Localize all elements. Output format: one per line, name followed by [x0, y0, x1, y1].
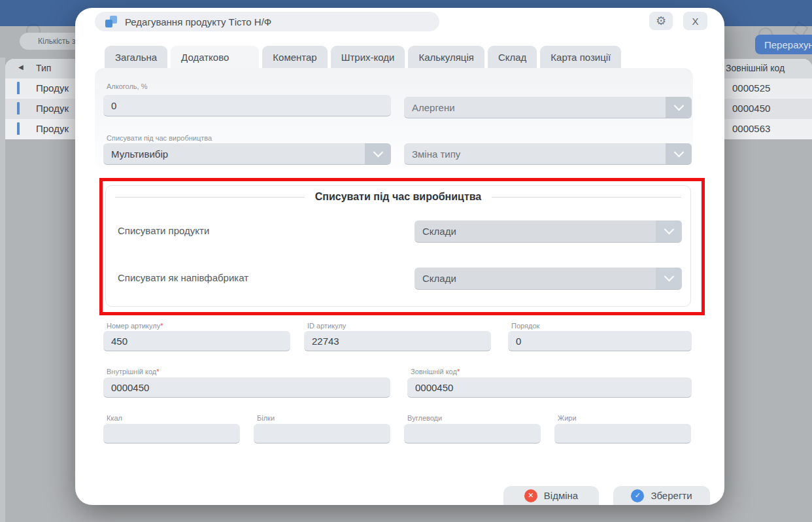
- product-icon: [105, 16, 117, 27]
- settings-button[interactable]: ⚙: [649, 12, 673, 30]
- writeoff-semifinished-value: Склади: [422, 273, 456, 284]
- chevron-down-icon[interactable]: [365, 143, 391, 164]
- chevron-down-icon[interactable]: [666, 143, 692, 164]
- close-icon: X: [692, 16, 698, 27]
- chevron-down-icon[interactable]: [656, 268, 682, 289]
- kcal-label: Ккал: [107, 414, 122, 422]
- type-change-placeholder: Зміна типу: [412, 148, 460, 160]
- fats-label: Жири: [558, 414, 577, 422]
- tab-barcodes[interactable]: Штрих-коди: [331, 46, 405, 68]
- cancel-button-label: Відміна: [544, 490, 578, 501]
- product-type-cell: Продук: [36, 123, 69, 134]
- dish-icon: [17, 83, 29, 92]
- quantity-tab-label: Кількість з: [38, 37, 75, 46]
- close-button[interactable]: X: [683, 12, 707, 30]
- required-mark: *: [156, 368, 159, 375]
- alcohol-label: Алкоголь, %: [107, 82, 148, 90]
- modal-title: Редагування продукту Тісто Н/Ф: [125, 16, 271, 27]
- section-legend: Списувати під час виробництва: [115, 191, 681, 203]
- save-button-label: Зберегти: [651, 490, 692, 501]
- external-code-label: Зовнішній код*: [411, 368, 460, 375]
- writeoff-mode-value: Мультивибір: [111, 148, 168, 160]
- type-column-header[interactable]: Тип: [36, 63, 51, 73]
- dish-icon: [17, 103, 29, 113]
- article-number-label: Номер артикулу*: [107, 322, 163, 330]
- writeoff-semifinished-select[interactable]: Склади: [414, 268, 682, 290]
- divider-line: [492, 197, 681, 198]
- internal-code-input[interactable]: [103, 377, 390, 398]
- tab-additional[interactable]: Додатково: [171, 46, 259, 68]
- allergens-select[interactable]: Алергени: [404, 97, 692, 118]
- modal-tabs: Загальна Додатково Коментар Штрих-коди К…: [105, 46, 624, 68]
- writeoff-products-label: Списувати продукти: [118, 225, 209, 236]
- proteins-label: Білки: [257, 414, 275, 422]
- cancel-x-icon: ✕: [524, 489, 537, 502]
- required-mark: *: [457, 368, 460, 375]
- tab-calculation[interactable]: Калькуляція: [408, 46, 484, 68]
- additional-fields-panel: Алкоголь, % Алергени Списувати під час в…: [95, 68, 693, 170]
- product-type-cell: Продук: [36, 82, 69, 94]
- tab-warehouse[interactable]: Склад: [488, 46, 537, 68]
- modal-title-chip: Редагування продукту Тісто Н/Ф: [95, 12, 439, 31]
- save-button[interactable]: ✓ Зберегти: [613, 486, 710, 505]
- edit-product-modal: Редагування продукту Тісто Н/Ф ⚙ X Загал…: [75, 8, 724, 505]
- allergens-placeholder: Алергени: [412, 102, 455, 113]
- chevron-down-icon[interactable]: [656, 220, 682, 242]
- chevron-down-icon[interactable]: [666, 97, 692, 118]
- cancel-button[interactable]: ✕ Відміна: [503, 486, 599, 505]
- writeoff-section-card: Списувати під час виробництва Списувати …: [105, 185, 691, 307]
- writeoff-products-select[interactable]: Склади: [414, 220, 682, 243]
- page-left-edge: [0, 58, 5, 522]
- tab-comment[interactable]: Коментар: [262, 46, 327, 68]
- article-number-input[interactable]: [103, 331, 290, 351]
- writeoff-mode-label: Списувати під час виробництва: [107, 134, 212, 142]
- save-check-icon: ✓: [631, 489, 644, 502]
- carbohydrates-input[interactable]: [404, 424, 541, 444]
- divider-line: [115, 197, 305, 198]
- writeoff-section-title: Списувати під час виробництва: [315, 191, 482, 203]
- article-id-input[interactable]: [304, 331, 491, 351]
- external-code-cell: 0000450: [732, 103, 770, 114]
- external-code-cell: 0000563: [732, 123, 770, 134]
- fats-input[interactable]: [554, 424, 691, 444]
- tab-position-map[interactable]: Карта позиції: [540, 46, 621, 68]
- order-input[interactable]: [508, 331, 692, 351]
- alcohol-input[interactable]: [103, 95, 391, 116]
- external-code-cell: 0000525: [732, 82, 770, 94]
- gear-icon: ⚙: [656, 14, 666, 28]
- kcal-input[interactable]: [103, 424, 240, 444]
- external-code-column-header[interactable]: Зовнішній код: [726, 63, 785, 73]
- writeoff-semifinished-label: Списувати як напівфабрикат: [118, 272, 248, 283]
- collapse-column-icon[interactable]: ◀: [18, 63, 24, 71]
- writeoff-products-value: Склади: [422, 226, 456, 237]
- tab-general[interactable]: Загальна: [105, 46, 167, 68]
- dish-icon: [17, 124, 29, 133]
- order-label: Порядок: [511, 322, 539, 330]
- type-change-select[interactable]: Зміна типу: [404, 143, 692, 165]
- recalculate-button[interactable]: Перерахун: [755, 35, 812, 54]
- recalculate-button-label: Перерахун: [764, 39, 812, 50]
- carbohydrates-label: Вуглеводи: [407, 414, 442, 422]
- product-type-cell: Продук: [36, 103, 69, 114]
- highlight-rectangle: Списувати під час виробництва Списувати …: [99, 178, 705, 315]
- internal-code-label: Внутрішній код*: [107, 368, 160, 375]
- article-id-label: ID артикулу: [307, 322, 346, 330]
- external-code-input[interactable]: [407, 377, 692, 398]
- writeoff-mode-select[interactable]: Мультивибір: [103, 143, 391, 165]
- required-mark: *: [160, 322, 163, 330]
- proteins-input[interactable]: [254, 424, 390, 444]
